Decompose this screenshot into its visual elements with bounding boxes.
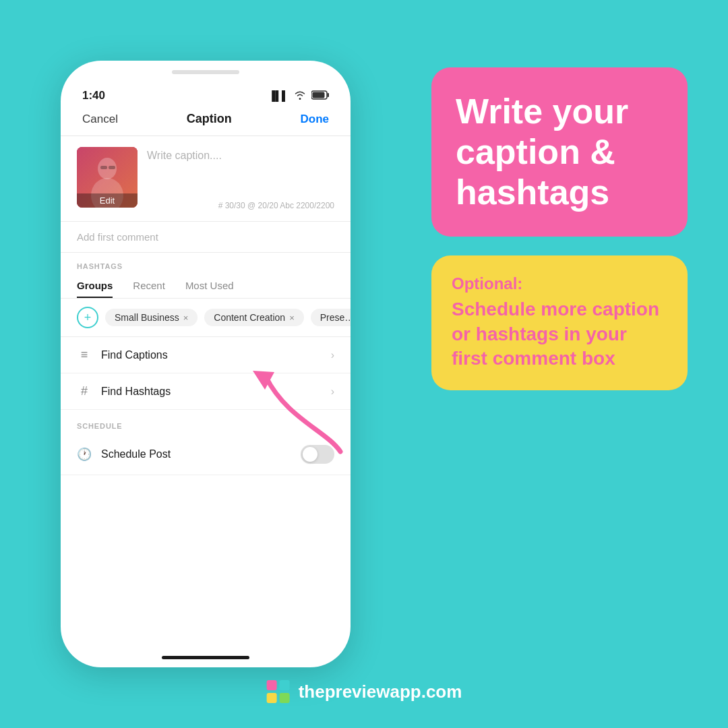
battery-icon (311, 90, 329, 102)
caption-text-area: Write caption.... # 30/30 @ 20/20 Abc 22… (147, 147, 334, 210)
caption-placeholder[interactable]: Write caption.... (147, 150, 334, 162)
chip-label: Content Creation (214, 312, 285, 323)
caption-counters: # 30/30 @ 20/20 Abc 2200/2200 (147, 167, 334, 210)
find-hashtags-left: # Find Hashtags (77, 384, 171, 398)
captions-icon: ≡ (77, 348, 92, 362)
card-yellow: Optional: Schedule more caption or hasht… (431, 255, 688, 390)
hashtags-section-label: HASHTAGS (61, 253, 351, 274)
chip-label: Small Business (115, 312, 179, 323)
svg-rect-10 (280, 680, 290, 690)
svg-rect-1 (328, 93, 330, 97)
signal-icon: ▐▌▌ (268, 90, 289, 101)
arrow-svg (246, 364, 354, 458)
first-comment-field[interactable]: Add first comment (61, 222, 351, 253)
card-pink-text: Write your caption & hashtags (456, 92, 663, 212)
schedule-post-label: Schedule Post (101, 448, 171, 460)
svg-rect-9 (267, 680, 277, 690)
find-captions-left: ≡ Find Captions (77, 348, 168, 362)
remove-chip-icon[interactable]: × (183, 313, 189, 323)
right-side-content: Write your caption & hashtags Optional: … (431, 67, 688, 390)
remove-chip-icon[interactable]: × (289, 313, 295, 323)
phone-notch (172, 70, 239, 74)
photo-thumbnail[interactable]: Edit (77, 147, 138, 208)
add-hashtag-group-button[interactable]: + (77, 307, 98, 328)
app-logo-icon (266, 679, 291, 704)
svg-rect-8 (109, 166, 115, 169)
footer: thepreviewapp.com (266, 679, 462, 704)
clock-icon: 🕐 (77, 447, 92, 462)
chip-preview: Prese… (320, 312, 351, 323)
schedule-post-left: 🕐 Schedule Post (77, 447, 171, 462)
svg-rect-2 (313, 92, 325, 98)
chip-content-creation[interactable]: Content Creation × (204, 309, 303, 326)
done-button[interactable]: Done (300, 113, 329, 126)
chip-small-business[interactable]: Small Business × (105, 309, 198, 326)
nav-bar: Cancel Caption Done (61, 109, 351, 136)
find-captions-label: Find Captions (101, 349, 168, 361)
card-yellow-body: Schedule more caption or hashtags in you… (452, 297, 667, 371)
card-optional-label: Optional: (452, 274, 667, 293)
chip-more: Prese… (311, 309, 351, 326)
find-hashtags-label: Find Hashtags (101, 386, 171, 398)
status-bar: 1:40 ▐▌▌ (61, 61, 351, 109)
status-time: 1:40 (82, 89, 105, 102)
footer-site: thepreviewapp.com (299, 681, 462, 702)
tab-groups[interactable]: Groups (77, 274, 113, 298)
status-icons: ▐▌▌ (268, 90, 329, 102)
caption-area: Edit Write caption.... # 30/30 @ 20/20 A… (61, 136, 351, 222)
hashtag-icon: # (77, 384, 92, 398)
svg-rect-11 (267, 693, 277, 703)
card-pink: Write your caption & hashtags (431, 67, 688, 237)
cancel-button[interactable]: Cancel (82, 113, 118, 126)
nav-title: Caption (187, 112, 232, 126)
svg-rect-7 (100, 166, 107, 169)
tab-most-used[interactable]: Most Used (185, 274, 234, 298)
svg-rect-12 (280, 693, 290, 703)
home-indicator (162, 656, 249, 659)
chevron-right-icon: › (331, 349, 334, 361)
hashtag-tabs: Groups Recent Most Used (61, 274, 351, 299)
wifi-icon (294, 90, 306, 102)
edit-label[interactable]: Edit (77, 193, 138, 208)
tab-recent[interactable]: Recent (133, 274, 165, 298)
hashtag-chips-row: + Small Business × Content Creation × Pr… (61, 299, 351, 337)
arrow-annotation (246, 364, 354, 458)
plus-icon: + (84, 311, 92, 324)
